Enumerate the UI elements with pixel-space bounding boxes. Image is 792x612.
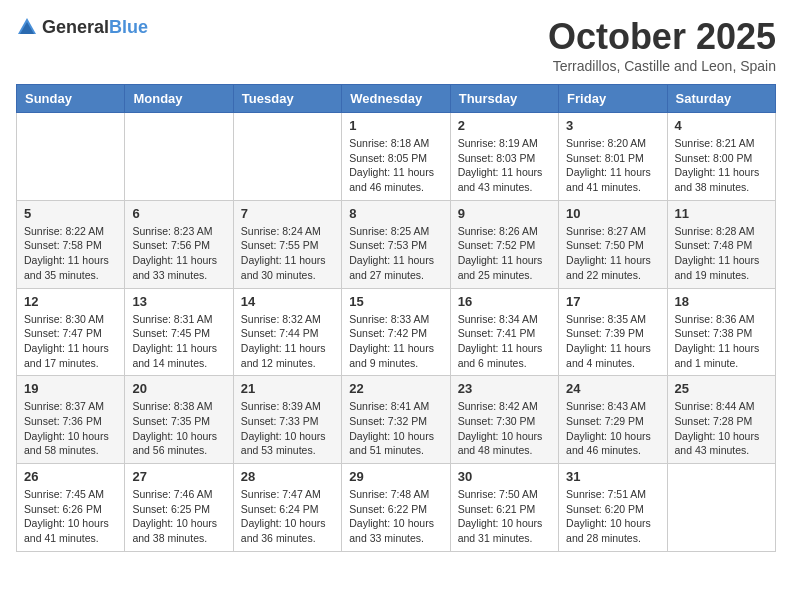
calendar-cell: 16Sunrise: 8:34 AMSunset: 7:41 PMDayligh… [450, 288, 558, 376]
day-number: 3 [566, 118, 659, 133]
day-number: 22 [349, 381, 442, 396]
day-info: Sunrise: 7:47 AMSunset: 6:24 PMDaylight:… [241, 487, 334, 546]
day-number: 12 [24, 294, 117, 309]
calendar-week-1: 1Sunrise: 8:18 AMSunset: 8:05 PMDaylight… [17, 113, 776, 201]
location: Terradillos, Castille and Leon, Spain [548, 58, 776, 74]
calendar-cell [667, 464, 775, 552]
weekday-header-wednesday: Wednesday [342, 85, 450, 113]
day-number: 18 [675, 294, 768, 309]
calendar-cell: 2Sunrise: 8:19 AMSunset: 8:03 PMDaylight… [450, 113, 558, 201]
day-number: 26 [24, 469, 117, 484]
day-info: Sunrise: 8:30 AMSunset: 7:47 PMDaylight:… [24, 312, 117, 371]
day-number: 23 [458, 381, 551, 396]
day-number: 30 [458, 469, 551, 484]
calendar-cell: 21Sunrise: 8:39 AMSunset: 7:33 PMDayligh… [233, 376, 341, 464]
day-info: Sunrise: 8:24 AMSunset: 7:55 PMDaylight:… [241, 224, 334, 283]
calendar-body: 1Sunrise: 8:18 AMSunset: 8:05 PMDaylight… [17, 113, 776, 552]
day-number: 15 [349, 294, 442, 309]
day-info: Sunrise: 8:41 AMSunset: 7:32 PMDaylight:… [349, 399, 442, 458]
calendar-cell: 5Sunrise: 8:22 AMSunset: 7:58 PMDaylight… [17, 200, 125, 288]
calendar-cell: 23Sunrise: 8:42 AMSunset: 7:30 PMDayligh… [450, 376, 558, 464]
day-info: Sunrise: 8:39 AMSunset: 7:33 PMDaylight:… [241, 399, 334, 458]
calendar-cell: 10Sunrise: 8:27 AMSunset: 7:50 PMDayligh… [559, 200, 667, 288]
day-info: Sunrise: 8:31 AMSunset: 7:45 PMDaylight:… [132, 312, 225, 371]
day-number: 17 [566, 294, 659, 309]
calendar-cell: 28Sunrise: 7:47 AMSunset: 6:24 PMDayligh… [233, 464, 341, 552]
day-number: 29 [349, 469, 442, 484]
page-header: GeneralBlue October 2025 Terradillos, Ca… [16, 16, 776, 74]
weekday-header-sunday: Sunday [17, 85, 125, 113]
calendar-cell: 31Sunrise: 7:51 AMSunset: 6:20 PMDayligh… [559, 464, 667, 552]
weekday-header-tuesday: Tuesday [233, 85, 341, 113]
calendar-cell: 26Sunrise: 7:45 AMSunset: 6:26 PMDayligh… [17, 464, 125, 552]
calendar-cell: 29Sunrise: 7:48 AMSunset: 6:22 PMDayligh… [342, 464, 450, 552]
day-info: Sunrise: 8:44 AMSunset: 7:28 PMDaylight:… [675, 399, 768, 458]
day-number: 14 [241, 294, 334, 309]
day-number: 27 [132, 469, 225, 484]
day-info: Sunrise: 8:34 AMSunset: 7:41 PMDaylight:… [458, 312, 551, 371]
day-number: 4 [675, 118, 768, 133]
calendar-cell: 11Sunrise: 8:28 AMSunset: 7:48 PMDayligh… [667, 200, 775, 288]
logo-icon [16, 16, 38, 38]
day-info: Sunrise: 8:28 AMSunset: 7:48 PMDaylight:… [675, 224, 768, 283]
day-info: Sunrise: 8:20 AMSunset: 8:01 PMDaylight:… [566, 136, 659, 195]
month-title: October 2025 [548, 16, 776, 58]
logo-general: General [42, 17, 109, 37]
calendar-week-5: 26Sunrise: 7:45 AMSunset: 6:26 PMDayligh… [17, 464, 776, 552]
day-info: Sunrise: 8:18 AMSunset: 8:05 PMDaylight:… [349, 136, 442, 195]
logo-blue: Blue [109, 17, 148, 37]
weekday-header-monday: Monday [125, 85, 233, 113]
weekday-header-thursday: Thursday [450, 85, 558, 113]
calendar-cell: 20Sunrise: 8:38 AMSunset: 7:35 PMDayligh… [125, 376, 233, 464]
day-info: Sunrise: 7:51 AMSunset: 6:20 PMDaylight:… [566, 487, 659, 546]
day-info: Sunrise: 7:48 AMSunset: 6:22 PMDaylight:… [349, 487, 442, 546]
calendar-table: SundayMondayTuesdayWednesdayThursdayFrid… [16, 84, 776, 552]
calendar-cell: 3Sunrise: 8:20 AMSunset: 8:01 PMDaylight… [559, 113, 667, 201]
day-number: 10 [566, 206, 659, 221]
day-number: 7 [241, 206, 334, 221]
day-number: 8 [349, 206, 442, 221]
calendar-cell: 1Sunrise: 8:18 AMSunset: 8:05 PMDaylight… [342, 113, 450, 201]
calendar-cell: 18Sunrise: 8:36 AMSunset: 7:38 PMDayligh… [667, 288, 775, 376]
day-number: 16 [458, 294, 551, 309]
calendar-cell: 30Sunrise: 7:50 AMSunset: 6:21 PMDayligh… [450, 464, 558, 552]
day-number: 28 [241, 469, 334, 484]
calendar-cell [17, 113, 125, 201]
day-info: Sunrise: 8:36 AMSunset: 7:38 PMDaylight:… [675, 312, 768, 371]
day-number: 5 [24, 206, 117, 221]
weekday-header-saturday: Saturday [667, 85, 775, 113]
calendar-week-3: 12Sunrise: 8:30 AMSunset: 7:47 PMDayligh… [17, 288, 776, 376]
calendar-cell: 15Sunrise: 8:33 AMSunset: 7:42 PMDayligh… [342, 288, 450, 376]
day-info: Sunrise: 8:38 AMSunset: 7:35 PMDaylight:… [132, 399, 225, 458]
calendar-cell: 22Sunrise: 8:41 AMSunset: 7:32 PMDayligh… [342, 376, 450, 464]
weekday-header-friday: Friday [559, 85, 667, 113]
day-info: Sunrise: 8:27 AMSunset: 7:50 PMDaylight:… [566, 224, 659, 283]
day-info: Sunrise: 7:50 AMSunset: 6:21 PMDaylight:… [458, 487, 551, 546]
calendar-cell: 19Sunrise: 8:37 AMSunset: 7:36 PMDayligh… [17, 376, 125, 464]
day-number: 13 [132, 294, 225, 309]
calendar-cell: 9Sunrise: 8:26 AMSunset: 7:52 PMDaylight… [450, 200, 558, 288]
day-number: 6 [132, 206, 225, 221]
calendar-week-4: 19Sunrise: 8:37 AMSunset: 7:36 PMDayligh… [17, 376, 776, 464]
day-info: Sunrise: 8:32 AMSunset: 7:44 PMDaylight:… [241, 312, 334, 371]
logo: GeneralBlue [16, 16, 148, 38]
day-info: Sunrise: 8:25 AMSunset: 7:53 PMDaylight:… [349, 224, 442, 283]
day-number: 1 [349, 118, 442, 133]
day-info: Sunrise: 8:35 AMSunset: 7:39 PMDaylight:… [566, 312, 659, 371]
calendar-cell: 13Sunrise: 8:31 AMSunset: 7:45 PMDayligh… [125, 288, 233, 376]
calendar-week-2: 5Sunrise: 8:22 AMSunset: 7:58 PMDaylight… [17, 200, 776, 288]
calendar-cell: 8Sunrise: 8:25 AMSunset: 7:53 PMDaylight… [342, 200, 450, 288]
day-number: 19 [24, 381, 117, 396]
title-block: October 2025 Terradillos, Castille and L… [548, 16, 776, 74]
day-info: Sunrise: 8:42 AMSunset: 7:30 PMDaylight:… [458, 399, 551, 458]
calendar-cell [233, 113, 341, 201]
day-number: 25 [675, 381, 768, 396]
calendar-header: SundayMondayTuesdayWednesdayThursdayFrid… [17, 85, 776, 113]
day-info: Sunrise: 7:46 AMSunset: 6:25 PMDaylight:… [132, 487, 225, 546]
calendar-cell: 12Sunrise: 8:30 AMSunset: 7:47 PMDayligh… [17, 288, 125, 376]
day-number: 24 [566, 381, 659, 396]
day-info: Sunrise: 7:45 AMSunset: 6:26 PMDaylight:… [24, 487, 117, 546]
day-info: Sunrise: 8:22 AMSunset: 7:58 PMDaylight:… [24, 224, 117, 283]
day-info: Sunrise: 8:21 AMSunset: 8:00 PMDaylight:… [675, 136, 768, 195]
day-info: Sunrise: 8:33 AMSunset: 7:42 PMDaylight:… [349, 312, 442, 371]
